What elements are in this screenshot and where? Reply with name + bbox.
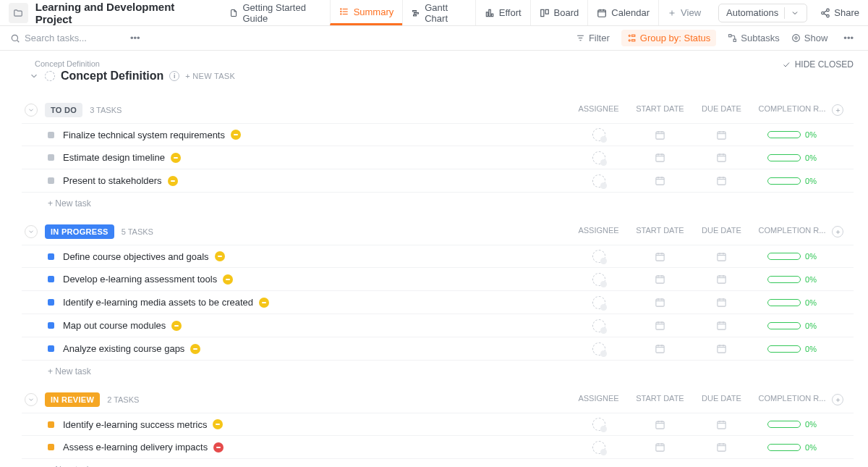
tab-summary[interactable]: Summary (330, 0, 403, 25)
collapse-group-icon[interactable] (25, 104, 38, 117)
task-status-icon[interactable] (48, 421, 54, 428)
completion-cell[interactable]: 0% (752, 275, 832, 284)
status-pill[interactable]: IN REVIEW (45, 392, 100, 407)
col-due-date[interactable]: DUE DATE (691, 394, 752, 405)
add-column-button[interactable] (832, 226, 854, 237)
add-column-button[interactable] (832, 104, 854, 116)
col-assignee[interactable]: ASSIGNEE (568, 104, 629, 116)
task-name[interactable]: Develop e-learning assessment tools (63, 274, 217, 285)
completion-cell[interactable]: 0% (752, 177, 832, 185)
tab-gantt[interactable]: Gantt Chart (402, 0, 475, 25)
start-date-cell[interactable] (629, 320, 691, 331)
due-date-cell[interactable] (691, 343, 752, 354)
due-date-cell[interactable] (691, 130, 752, 140)
completion-cell[interactable]: 0% (752, 298, 832, 307)
priority-icon[interactable] (213, 442, 224, 453)
completion-cell[interactable]: 0% (752, 345, 832, 353)
assignee-cell[interactable] (568, 342, 629, 355)
new-task-row[interactable]: + New task (22, 361, 854, 376)
task-row[interactable]: Map out course modules 0% (22, 314, 854, 337)
show-button[interactable]: Show (791, 33, 828, 43)
task-row[interactable]: Identify e-learning media assets to be c… (22, 291, 854, 314)
col-completion[interactable]: COMPLETION R... (752, 226, 832, 237)
completion-cell[interactable]: 0% (752, 153, 832, 162)
assignee-cell[interactable] (568, 296, 629, 309)
toolbar-more-icon[interactable]: ••• (839, 33, 858, 43)
completion-cell[interactable]: 0% (752, 420, 832, 429)
task-name[interactable]: Identify e-learning success metrics (63, 419, 207, 430)
task-name[interactable]: Define course objectives and goals (63, 251, 209, 262)
col-due-date[interactable]: DUE DATE (691, 104, 752, 116)
priority-icon[interactable] (259, 298, 269, 308)
task-name[interactable]: Finalize technical system requirements (63, 130, 225, 140)
hide-closed-toggle[interactable]: HIDE CLOSED (782, 59, 854, 70)
due-date-cell[interactable] (691, 320, 752, 331)
assignee-cell[interactable] (568, 319, 629, 332)
completion-cell[interactable]: 0% (752, 321, 832, 330)
tab-getting-started[interactable]: Getting Started Guide (221, 0, 329, 25)
priority-icon[interactable] (215, 251, 225, 261)
priority-icon[interactable] (171, 321, 182, 331)
task-row[interactable]: Analyze existing course gaps 0% (22, 337, 854, 361)
task-row[interactable]: Develop e-learning assessment tools 0% (22, 268, 854, 291)
due-date-cell[interactable] (691, 442, 752, 453)
info-icon[interactable]: i (169, 71, 179, 81)
start-date-cell[interactable] (629, 274, 691, 285)
tab-effort[interactable]: Effort (475, 0, 530, 25)
task-status-icon[interactable] (48, 253, 54, 260)
status-circle-icon[interactable] (45, 71, 55, 81)
task-name[interactable]: Estimate design timeline (63, 152, 165, 163)
filter-button[interactable]: Filter (576, 33, 610, 43)
subtasks-button[interactable]: Subtasks (728, 33, 779, 43)
add-view-button[interactable]: View (658, 0, 710, 25)
task-row[interactable]: Finalize technical system requirements 0… (22, 123, 854, 146)
due-date-cell[interactable] (691, 175, 752, 186)
task-name[interactable]: Analyze existing course gaps (63, 343, 184, 354)
automations-button[interactable]: Automations (718, 4, 807, 22)
task-row[interactable]: Estimate design timeline 0% (22, 146, 854, 169)
task-name[interactable]: Present to stakeholders (63, 175, 162, 186)
priority-icon[interactable] (168, 176, 178, 186)
new-task-row[interactable]: + New task (22, 193, 854, 209)
task-row[interactable]: Define course objectives and goals 0% (22, 245, 854, 268)
due-date-cell[interactable] (691, 251, 752, 262)
task-status-icon[interactable] (48, 132, 54, 138)
new-task-row[interactable]: + New task (22, 459, 854, 467)
folder-icon[interactable] (9, 3, 28, 23)
assignee-cell[interactable] (568, 128, 629, 141)
priority-icon[interactable] (223, 274, 233, 285)
task-status-icon[interactable] (48, 444, 54, 450)
completion-cell[interactable]: 0% (752, 252, 832, 261)
col-start-date[interactable]: START DATE (629, 104, 691, 116)
col-completion[interactable]: COMPLETION R... (752, 104, 832, 116)
group-by-button[interactable]: Group by: Status (621, 30, 717, 46)
tab-calendar[interactable]: Calendar (587, 0, 658, 25)
task-status-icon[interactable] (48, 322, 54, 329)
start-date-cell[interactable] (629, 175, 691, 186)
col-completion[interactable]: COMPLETION R... (752, 394, 832, 405)
more-options-icon[interactable]: ••• (126, 33, 145, 43)
assignee-cell[interactable] (568, 418, 629, 431)
task-status-icon[interactable] (48, 345, 54, 352)
search-input[interactable] (25, 33, 119, 43)
section-title[interactable]: Concept Definition (61, 70, 163, 83)
add-column-button[interactable] (832, 394, 854, 405)
task-status-icon[interactable] (48, 177, 54, 184)
collapse-group-icon[interactable] (25, 225, 38, 238)
due-date-cell[interactable] (691, 274, 752, 285)
completion-cell[interactable]: 0% (752, 130, 832, 139)
share-button[interactable]: Share (820, 7, 859, 18)
due-date-cell[interactable] (691, 419, 752, 430)
col-start-date[interactable]: START DATE (629, 394, 691, 405)
project-title[interactable]: Learning and Development Project (35, 1, 207, 25)
collapse-section-icon[interactable] (29, 71, 39, 81)
tab-board[interactable]: Board (530, 0, 588, 25)
priority-icon[interactable] (213, 419, 223, 429)
task-row[interactable]: Assess e-learning delivery impacts 0% (22, 436, 854, 459)
task-status-icon[interactable] (48, 276, 54, 282)
task-name[interactable]: Map out course modules (63, 320, 166, 331)
task-status-icon[interactable] (48, 154, 54, 161)
start-date-cell[interactable] (629, 152, 691, 163)
assignee-cell[interactable] (568, 151, 629, 164)
start-date-cell[interactable] (629, 130, 691, 140)
